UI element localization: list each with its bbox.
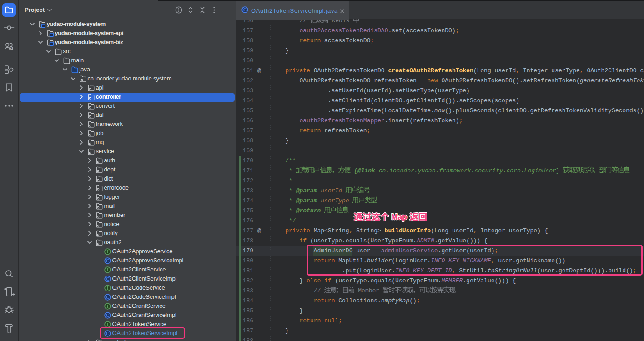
- svg-text:C: C: [106, 258, 110, 263]
- svg-text:I: I: [106, 286, 108, 291]
- svg-text:?: ?: [10, 46, 12, 51]
- svg-text:C: C: [106, 313, 110, 318]
- svg-text:C: C: [243, 7, 247, 12]
- svg-text:I: I: [106, 267, 108, 272]
- svg-text:C: C: [106, 276, 110, 281]
- svg-text:Map: Map: [391, 212, 407, 221]
- svg-text:I: I: [106, 249, 108, 254]
- svg-text:C: C: [106, 295, 110, 300]
- svg-text:I: I: [106, 304, 108, 309]
- svg-text:I: I: [106, 322, 108, 327]
